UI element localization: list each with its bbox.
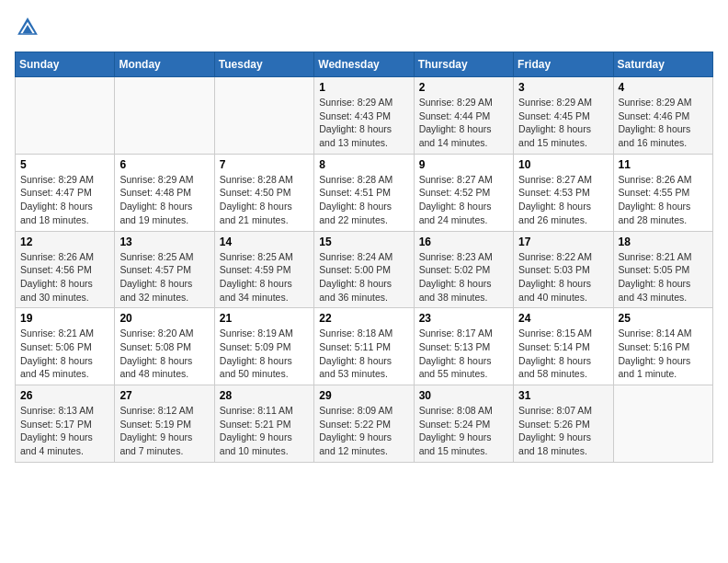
day-info: Sunrise: 8:08 AM Sunset: 5:24 PM Dayligh… [419,404,508,458]
day-number: 12 [20,236,109,248]
day-info: Sunrise: 8:17 AM Sunset: 5:13 PM Dayligh… [419,327,508,381]
day-number: 31 [518,389,608,402]
calendar-cell: 9Sunrise: 8:27 AM Sunset: 4:52 PM Daylig… [414,154,513,231]
day-info: Sunrise: 8:25 AM Sunset: 4:57 PM Dayligh… [119,250,209,304]
calendar-cell: 25Sunrise: 8:14 AM Sunset: 5:16 PM Dayli… [613,308,712,385]
day-info: Sunrise: 8:29 AM Sunset: 4:48 PM Dayligh… [119,173,209,227]
day-header-friday: Friday [514,52,613,77]
day-info: Sunrise: 8:26 AM Sunset: 4:56 PM Dayligh… [20,250,109,304]
day-number: 14 [220,236,309,248]
calendar-table: SundayMondayTuesdayWednesdayThursdayFrid… [15,52,713,463]
day-number: 6 [119,158,209,171]
day-info: Sunrise: 8:28 AM Sunset: 4:51 PM Dayligh… [319,173,408,227]
day-number: 24 [518,312,608,325]
logo [15,15,44,40]
day-number: 4 [619,81,708,94]
calendar-cell: 7Sunrise: 8:28 AM Sunset: 4:50 PM Daylig… [214,154,313,231]
calendar-cell [613,385,712,463]
day-info: Sunrise: 8:09 AM Sunset: 5:22 PM Dayligh… [319,404,408,458]
day-info: Sunrise: 8:20 AM Sunset: 5:08 PM Dayligh… [119,327,209,381]
day-info: Sunrise: 8:11 AM Sunset: 5:21 PM Dayligh… [220,404,309,458]
calendar-cell: 5Sunrise: 8:29 AM Sunset: 4:47 PM Daylig… [16,154,115,231]
calendar-cell: 31Sunrise: 8:07 AM Sunset: 5:26 PM Dayli… [514,385,613,463]
day-info: Sunrise: 8:14 AM Sunset: 5:16 PM Dayligh… [619,327,708,381]
day-number: 27 [119,389,209,402]
calendar-cell [115,77,214,155]
day-info: Sunrise: 8:24 AM Sunset: 5:00 PM Dayligh… [319,250,408,304]
calendar-cell: 6Sunrise: 8:29 AM Sunset: 4:48 PM Daylig… [115,154,214,231]
calendar-cell: 22Sunrise: 8:18 AM Sunset: 5:11 PM Dayli… [314,308,414,385]
calendar-cell: 13Sunrise: 8:25 AM Sunset: 4:57 PM Dayli… [115,231,214,308]
calendar-cell: 18Sunrise: 8:21 AM Sunset: 5:05 PM Dayli… [613,231,712,308]
day-number: 5 [20,158,109,171]
day-info: Sunrise: 8:12 AM Sunset: 5:19 PM Dayligh… [119,404,209,458]
day-header-sunday: Sunday [16,52,115,77]
calendar-cell: 19Sunrise: 8:21 AM Sunset: 5:06 PM Dayli… [16,308,115,385]
day-number: 20 [119,312,209,325]
day-info: Sunrise: 8:29 AM Sunset: 4:46 PM Dayligh… [619,96,708,150]
calendar-cell: 3Sunrise: 8:29 AM Sunset: 4:45 PM Daylig… [514,77,613,155]
calendar-cell: 14Sunrise: 8:25 AM Sunset: 4:59 PM Dayli… [214,231,313,308]
day-number: 19 [20,312,109,325]
day-header-wednesday: Wednesday [314,52,414,77]
day-number: 29 [319,389,408,402]
day-number: 2 [419,81,508,94]
day-number: 3 [518,81,608,94]
day-info: Sunrise: 8:15 AM Sunset: 5:14 PM Dayligh… [518,327,608,381]
calendar-cell: 10Sunrise: 8:27 AM Sunset: 4:53 PM Dayli… [514,154,613,231]
calendar-cell: 8Sunrise: 8:28 AM Sunset: 4:51 PM Daylig… [314,154,414,231]
day-header-tuesday: Tuesday [214,52,313,77]
day-info: Sunrise: 8:13 AM Sunset: 5:17 PM Dayligh… [20,404,109,458]
day-number: 7 [220,158,309,171]
day-number: 17 [518,236,608,248]
day-header-thursday: Thursday [414,52,513,77]
calendar-cell: 4Sunrise: 8:29 AM Sunset: 4:46 PM Daylig… [613,77,712,155]
day-number: 26 [20,389,109,402]
day-header-saturday: Saturday [613,52,712,77]
day-number: 30 [419,389,508,402]
day-info: Sunrise: 8:19 AM Sunset: 5:09 PM Dayligh… [220,327,309,381]
day-number: 25 [619,312,708,325]
day-number: 9 [419,158,508,171]
day-number: 11 [619,158,708,171]
calendar-cell: 15Sunrise: 8:24 AM Sunset: 5:00 PM Dayli… [314,231,414,308]
day-info: Sunrise: 8:26 AM Sunset: 4:55 PM Dayligh… [619,173,708,227]
day-number: 13 [119,236,209,248]
day-number: 21 [220,312,309,325]
day-number: 1 [319,81,408,94]
calendar-cell: 30Sunrise: 8:08 AM Sunset: 5:24 PM Dayli… [414,385,513,463]
day-header-monday: Monday [115,52,214,77]
day-number: 18 [619,236,708,248]
logo-icon [15,15,40,40]
calendar-cell: 27Sunrise: 8:12 AM Sunset: 5:19 PM Dayli… [115,385,214,463]
calendar-cell: 17Sunrise: 8:22 AM Sunset: 5:03 PM Dayli… [514,231,613,308]
day-number: 10 [518,158,608,171]
day-number: 8 [319,158,408,171]
day-number: 28 [220,389,309,402]
calendar-cell: 2Sunrise: 8:29 AM Sunset: 4:44 PM Daylig… [414,77,513,155]
day-number: 22 [319,312,408,325]
day-info: Sunrise: 8:27 AM Sunset: 4:52 PM Dayligh… [419,173,508,227]
day-info: Sunrise: 8:21 AM Sunset: 5:05 PM Dayligh… [619,250,708,304]
day-info: Sunrise: 8:18 AM Sunset: 5:11 PM Dayligh… [319,327,408,381]
day-info: Sunrise: 8:23 AM Sunset: 5:02 PM Dayligh… [419,250,508,304]
calendar-cell: 29Sunrise: 8:09 AM Sunset: 5:22 PM Dayli… [314,385,414,463]
calendar-cell: 16Sunrise: 8:23 AM Sunset: 5:02 PM Dayli… [414,231,513,308]
day-info: Sunrise: 8:27 AM Sunset: 4:53 PM Dayligh… [518,173,608,227]
calendar-cell: 26Sunrise: 8:13 AM Sunset: 5:17 PM Dayli… [16,385,115,463]
day-info: Sunrise: 8:29 AM Sunset: 4:45 PM Dayligh… [518,96,608,150]
calendar-cell: 20Sunrise: 8:20 AM Sunset: 5:08 PM Dayli… [115,308,214,385]
page-header [15,15,713,40]
calendar-cell: 24Sunrise: 8:15 AM Sunset: 5:14 PM Dayli… [514,308,613,385]
day-info: Sunrise: 8:21 AM Sunset: 5:06 PM Dayligh… [20,327,109,381]
day-number: 16 [419,236,508,248]
day-info: Sunrise: 8:28 AM Sunset: 4:50 PM Dayligh… [220,173,309,227]
calendar-cell: 28Sunrise: 8:11 AM Sunset: 5:21 PM Dayli… [214,385,313,463]
day-info: Sunrise: 8:22 AM Sunset: 5:03 PM Dayligh… [518,250,608,304]
calendar-cell: 21Sunrise: 8:19 AM Sunset: 5:09 PM Dayli… [214,308,313,385]
day-number: 15 [319,236,408,248]
calendar-cell [16,77,115,155]
day-info: Sunrise: 8:07 AM Sunset: 5:26 PM Dayligh… [518,404,608,458]
day-info: Sunrise: 8:25 AM Sunset: 4:59 PM Dayligh… [220,250,309,304]
calendar-cell [214,77,313,155]
